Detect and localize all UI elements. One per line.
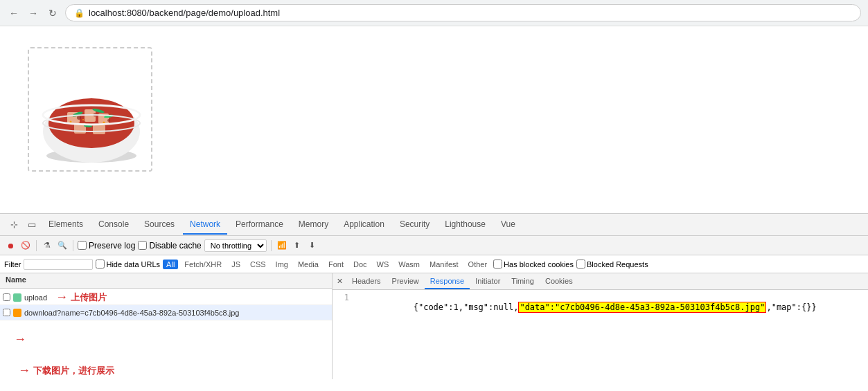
download-request-name: download?name=c7cb0496-4d8e-45a3-892a-50… (24, 309, 239, 317)
filter-img-btn[interactable]: Img (272, 260, 292, 269)
search-icon[interactable]: 🔍 (56, 239, 69, 252)
arrow-right-3: → (18, 363, 30, 378)
disable-cache-label: Disable cache (149, 241, 201, 251)
close-response-btn[interactable]: ✕ (333, 275, 346, 289)
resp-tab-timing[interactable]: Timing (506, 274, 540, 289)
upload-doc-icon (13, 293, 21, 302)
tab-security[interactable]: Security (393, 215, 436, 235)
blocked-requests-label: Blocked Requests (587, 260, 648, 269)
tab-network[interactable]: Network (183, 215, 227, 235)
tab-lighthouse[interactable]: Lighthouse (438, 215, 493, 235)
requests-pane: Name → 上传图片 upload → (0, 273, 333, 379)
line-number: 1 (335, 293, 349, 302)
requests-list: → 上传图片 upload → → 下载图片，进行展示 (0, 289, 332, 379)
browser-chrome: ← → ↻ 🔒 localhost:8080/backend/page/demo… (0, 0, 868, 26)
separator-2 (73, 240, 73, 251)
device-icon[interactable]: ▭ (24, 217, 40, 233)
separator-3 (271, 240, 272, 251)
filter-css-btn[interactable]: CSS (247, 260, 269, 269)
tab-console[interactable]: Console (91, 215, 136, 235)
upload-icon[interactable]: ⬆ (291, 239, 303, 252)
inspect-icon[interactable]: ⊹ (6, 217, 22, 233)
download-label: 下载图片，进行展示 (33, 365, 114, 377)
tab-elements[interactable]: Elements (42, 215, 90, 235)
filter-doc-btn[interactable]: Doc (350, 260, 371, 269)
lock-icon: 🔒 (74, 8, 85, 18)
resp-post: ,"map":{}} (766, 302, 816, 312)
clear-icon[interactable]: 🚫 (19, 239, 32, 252)
has-blocked-cookies-checkbox[interactable]: Has blocked cookies (493, 260, 574, 269)
record-icon[interactable]: ⏺ (4, 239, 17, 252)
separator-1 (36, 240, 37, 251)
reload-button[interactable]: ↻ (46, 6, 60, 20)
hide-data-urls-label: Hide data URLs (106, 260, 160, 269)
address-bar[interactable]: 🔒 localhost:8080/backend/page/demo/uploa… (65, 4, 861, 21)
resp-highlight: "data":"c7cb0496-4d8e-45a3-892a-503103f4… (518, 302, 766, 313)
svg-point-17 (82, 119, 84, 120)
tab-sources[interactable]: Sources (137, 215, 181, 235)
download-img-icon (13, 309, 21, 317)
tab-performance[interactable]: Performance (229, 215, 290, 235)
tab-application[interactable]: Application (337, 215, 391, 235)
hide-data-urls-checkbox[interactable]: Hide data URLs (96, 260, 160, 269)
download-icon[interactable]: ⬇ (306, 239, 319, 252)
network-split-panel: Name → 上传图片 upload → (0, 273, 868, 379)
filter-ws-btn[interactable]: WS (373, 260, 393, 269)
page-content (0, 26, 868, 213)
resp-tab-response[interactable]: Response (425, 274, 470, 289)
filter-input[interactable] (24, 259, 93, 270)
download-checkbox[interactable] (3, 309, 10, 316)
preserve-log-label: Preserve log (89, 241, 135, 251)
resp-tab-headers[interactable]: Headers (346, 274, 387, 289)
svg-point-11 (107, 119, 110, 122)
devtools-panel: ⊹ ▭ Elements Console Sources Network Per… (0, 213, 868, 379)
back-button[interactable]: ← (7, 6, 21, 20)
filter-label: Filter (4, 260, 21, 269)
filter-other-btn[interactable]: Other (465, 260, 491, 269)
disable-cache-checkbox[interactable]: Disable cache (138, 241, 201, 251)
arrow-right-2: → (14, 332, 26, 347)
filter-manifest-btn[interactable]: Manifest (426, 260, 462, 269)
resp-tab-initiator[interactable]: Initiator (470, 274, 506, 289)
wifi-icon[interactable]: 📶 (276, 239, 288, 252)
upload-request-name: upload (24, 293, 47, 302)
download-annotation: → → 下载图片，进行展示 (14, 332, 114, 378)
request-row-upload[interactable]: upload (0, 290, 332, 305)
requests-header: Name (0, 273, 332, 289)
devtools-tabbar: ⊹ ▭ Elements Console Sources Network Per… (0, 214, 868, 236)
tab-memory[interactable]: Memory (292, 215, 335, 235)
blocked-requests-checkbox[interactable]: Blocked Requests (576, 260, 648, 269)
response-pane: ✕ Headers Preview Response Initiator Tim… (333, 273, 868, 379)
preserve-log-checkbox[interactable]: Preserve log (78, 241, 135, 251)
url-text: localhost:8080/backend/page/demo/upload.… (89, 8, 280, 18)
food-image (29, 48, 152, 172)
tab-vue[interactable]: Vue (494, 215, 522, 235)
filter-icon[interactable]: ⚗ (41, 239, 53, 252)
image-upload-area (28, 47, 152, 172)
disable-cache-input[interactable] (138, 241, 147, 250)
filter-all-btn[interactable]: All (163, 260, 178, 269)
filter-font-btn[interactable]: Font (325, 260, 347, 269)
forward-button[interactable]: → (26, 6, 40, 20)
response-line-1: 1 {"code":1,"msg":null,"data":"c7cb0496-… (335, 293, 865, 307)
preserve-log-input[interactable] (78, 241, 87, 250)
filter-wasm-btn[interactable]: Wasm (395, 260, 423, 269)
svg-point-9 (77, 116, 81, 120)
filter-media-btn[interactable]: Media (294, 260, 322, 269)
has-blocked-cookies-input[interactable] (493, 260, 502, 269)
has-blocked-cookies-label: Has blocked cookies (504, 260, 574, 269)
name-column-header: Name (0, 273, 332, 288)
resp-tab-cookies[interactable]: Cookies (540, 274, 578, 289)
filter-js-btn[interactable]: JS (228, 260, 244, 269)
upload-checkbox[interactable] (3, 293, 10, 301)
request-row-download[interactable]: download?name=c7cb0496-4d8e-45a3-892a-50… (0, 305, 332, 320)
response-json: {"code":1,"msg":null,"data":"c7cb0496-4d… (353, 293, 817, 322)
network-toolbar: ⏺ 🚫 ⚗ 🔍 Preserve log Disable cache No th… (0, 236, 868, 255)
hide-data-urls-input[interactable] (96, 260, 105, 269)
filter-row: Filter Hide data URLs All Fetch/XHR JS C… (0, 255, 868, 273)
blocked-requests-input[interactable] (576, 260, 585, 269)
resp-pre: {"code":1,"msg":null, (414, 302, 519, 312)
throttle-select[interactable]: No throttling (204, 239, 267, 252)
filter-fetch-xhr-btn[interactable]: Fetch/XHR (181, 260, 225, 269)
resp-tab-preview[interactable]: Preview (387, 274, 425, 289)
